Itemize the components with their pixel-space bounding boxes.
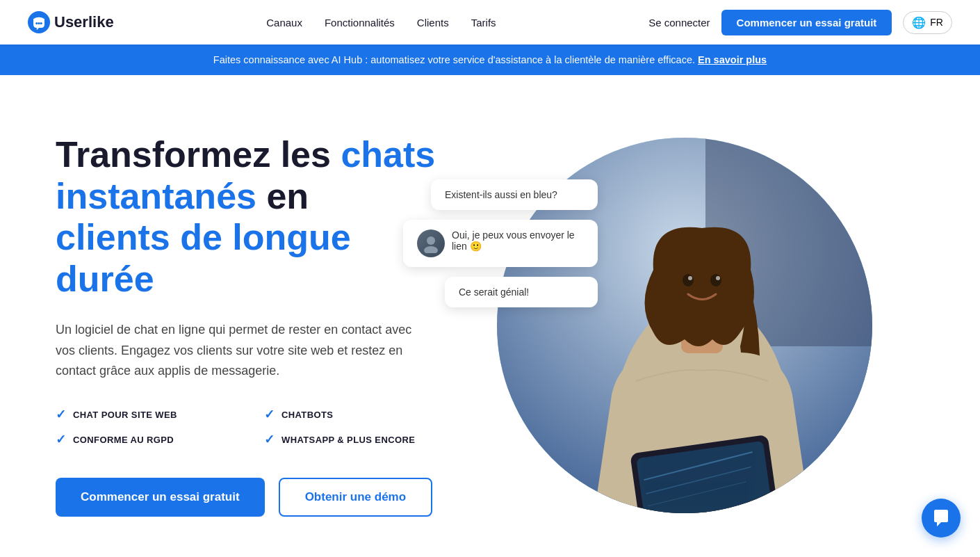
svg-point-4	[427, 236, 435, 245]
lang-label: FR	[930, 17, 943, 28]
chat-bubbles: Existent-ils aussi en bleu? Oui, je peux…	[403, 179, 598, 317]
feature-label-chatbots: CHATBOTS	[281, 410, 333, 420]
hero-title-part1: Transformez les	[56, 134, 341, 175]
login-link[interactable]: Se connecter	[648, 17, 710, 29]
hero-title-blue2: clients de longue durée	[56, 217, 351, 299]
svg-point-21	[716, 276, 720, 280]
bubble1-text: Existent-ils aussi en bleu?	[445, 189, 557, 200]
hero-left: Transformez les chats instantanés en cli…	[56, 134, 445, 517]
feature-label-rgpd: CONFORME AU RGPD	[73, 435, 174, 445]
svg-point-18	[683, 274, 694, 286]
feature-chat: ✓ CHAT POUR SITE WEB	[56, 407, 236, 422]
check-icon-whatsapp: ✓	[264, 432, 275, 447]
chat-bubble-2: Oui, je peux vous envoyer le lien 🙂	[403, 220, 598, 267]
feature-chatbots: ✓ CHATBOTS	[264, 407, 445, 422]
features-grid: ✓ CHAT POUR SITE WEB ✓ CHATBOTS ✓ CONFOR…	[56, 407, 445, 447]
nav-fonctionnalites[interactable]: Fonctionnalités	[325, 17, 395, 29]
nav-cta-button[interactable]: Commencer un essai gratuit	[721, 10, 892, 35]
svg-point-19	[710, 274, 721, 286]
globe-icon: 🌐	[912, 16, 926, 29]
chat-bubble-3: Ce serait génial!	[445, 277, 598, 307]
svg-point-20	[688, 276, 692, 280]
nav-right: Se connecter Commencer un essai gratuit …	[648, 10, 952, 35]
logo[interactable]: Userlike	[28, 11, 114, 33]
check-icon-rgpd: ✓	[56, 432, 66, 447]
agent-avatar	[417, 229, 445, 257]
chat-bubble-1: Existent-ils aussi en bleu?	[431, 179, 598, 210]
svg-point-2	[38, 22, 40, 24]
navbar: Userlike Canaux Fonctionnalités Clients …	[0, 0, 980, 45]
check-icon-chat: ✓	[56, 407, 66, 422]
hero-description: Un logiciel de chat en ligne qui permet …	[56, 320, 417, 382]
bubble3-text: Ce serait génial!	[459, 286, 529, 298]
feature-whatsapp: ✓ WHATSAPP & PLUS ENCORE	[264, 432, 445, 447]
nav-canaux[interactable]: Canaux	[266, 17, 302, 29]
feature-label-whatsapp: WHATSAPP & PLUS ENCORE	[281, 435, 415, 445]
hero-title: Transformez les chats instantanés en cli…	[56, 134, 445, 300]
chat-bubble-icon	[931, 508, 951, 528]
hero-cta-secondary[interactable]: Obtenir une démo	[279, 478, 432, 517]
cta-row: Commencer un essai gratuit Obtenir une d…	[56, 478, 445, 517]
nav-links: Canaux Fonctionnalités Clients Tarifs	[266, 17, 496, 29]
hero-right: Existent-ils aussi en bleu? Oui, je peux…	[445, 124, 924, 527]
floating-chat-button[interactable]	[922, 499, 961, 538]
svg-point-3	[40, 22, 42, 24]
hero-cta-primary[interactable]: Commencer un essai gratuit	[56, 478, 265, 517]
nav-tarifs[interactable]: Tarifs	[471, 17, 496, 29]
nav-clients[interactable]: Clients	[417, 17, 449, 29]
svg-point-5	[424, 246, 438, 253]
language-button[interactable]: 🌐 FR	[903, 11, 952, 34]
banner-link[interactable]: En savoir plus	[698, 54, 767, 65]
hero-section: Transformez les chats instantanés en cli…	[0, 75, 980, 557]
bubble2-text: Oui, je peux vous envoyer le lien 🙂	[452, 229, 575, 252]
banner-text: Faites connaissance avec AI Hub : automa…	[213, 54, 695, 65]
logo-text: Userlike	[54, 13, 114, 31]
check-icon-chatbots: ✓	[264, 407, 275, 422]
announcement-banner: Faites connaissance avec AI Hub : automa…	[0, 45, 980, 75]
svg-point-1	[35, 22, 38, 24]
feature-label-chat: CHAT POUR SITE WEB	[73, 410, 177, 420]
hero-title-part2: en	[256, 176, 309, 216]
feature-rgpd: ✓ CONFORME AU RGPD	[56, 432, 236, 447]
bubble2-content: Oui, je peux vous envoyer le lien 🙂	[452, 229, 584, 252]
